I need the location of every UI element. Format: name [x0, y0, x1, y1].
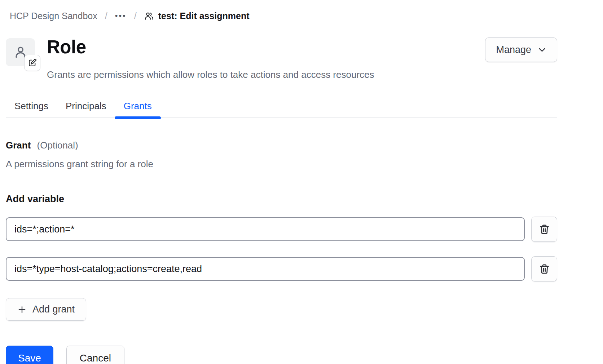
breadcrumb-current: test: Edit assignment: [144, 10, 250, 22]
grant-row: [6, 256, 557, 281]
delete-grant-button-1[interactable]: [531, 217, 557, 242]
breadcrumb-root-link[interactable]: HCP Design Sandbox: [10, 10, 97, 22]
add-variable-label: Add variable: [6, 194, 557, 205]
tab-principals[interactable]: Principals: [66, 101, 106, 117]
page-description: Grants are permissions which allow roles…: [47, 69, 485, 80]
add-grant-button[interactable]: Add grant: [6, 298, 86, 321]
breadcrumb-separator: /: [105, 10, 107, 22]
edit-avatar-button[interactable]: [24, 55, 40, 71]
page-header: Role Grants are permissions which allow …: [6, 37, 557, 80]
grant-field-label-row: Grant (Optional): [6, 140, 557, 151]
grant-help-text: A permissions grant string for a role: [6, 159, 557, 170]
manage-label: Manage: [496, 44, 531, 56]
grant-field-label: Grant: [6, 140, 31, 151]
chevron-down-icon: [538, 45, 546, 54]
trash-icon: [539, 263, 550, 275]
cancel-button[interactable]: Cancel: [66, 346, 124, 364]
breadcrumb-separator: /: [134, 10, 137, 22]
users-icon: [144, 11, 154, 21]
delete-grant-button-2[interactable]: [531, 256, 557, 281]
grant-string-input-1[interactable]: [6, 217, 525, 241]
role-avatar-wrap: [6, 38, 35, 66]
grant-string-input-2[interactable]: [6, 257, 525, 281]
tab-bar: Settings Principals Grants: [6, 101, 557, 118]
manage-dropdown-button[interactable]: Manage: [485, 37, 557, 62]
save-button[interactable]: Save: [6, 346, 53, 364]
breadcrumb: HCP Design Sandbox / ••• / test: Edit as…: [10, 0, 557, 22]
breadcrumb-current-label: test: Edit assignment: [158, 10, 250, 22]
title-column: Role Grants are permissions which allow …: [47, 37, 485, 80]
edit-pencil-icon: [28, 58, 37, 67]
tab-settings[interactable]: Settings: [14, 101, 48, 117]
grant-row: [6, 217, 557, 242]
page-title: Role: [47, 37, 485, 58]
grant-optional-label: (Optional): [37, 140, 78, 151]
role-edit-page: HCP Design Sandbox / ••• / test: Edit as…: [6, 0, 557, 364]
trash-icon: [539, 224, 550, 235]
tab-grants[interactable]: Grants: [124, 101, 152, 117]
breadcrumb-ellipsis-button[interactable]: •••: [115, 10, 127, 22]
form-actions: Save Cancel: [6, 346, 557, 364]
add-grant-label: Add grant: [32, 304, 75, 315]
plus-icon: [17, 305, 27, 314]
